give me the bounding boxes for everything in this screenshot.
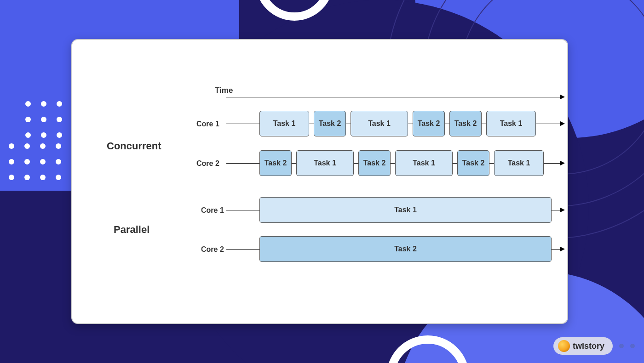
- task-block: Task 1: [486, 111, 536, 136]
- concurrent-core2-tasks: Task 2 Task 1 Task 2 Task 1 Task 2 Task …: [259, 150, 544, 176]
- task-block: Task 2: [259, 150, 292, 176]
- brand-logo-icon: [558, 340, 570, 352]
- diagram-card: Time Concurrent Core 1 Task 1 Task 2 Tas…: [71, 39, 568, 324]
- brand-text: twistory: [573, 341, 604, 351]
- arrow-icon: [560, 121, 565, 126]
- arrow-icon: [560, 161, 565, 165]
- time-axis-label: Time: [215, 86, 233, 95]
- brand-badge: twistory: [553, 337, 635, 355]
- brand-pill: twistory: [553, 337, 613, 355]
- concurrent-core1-tasks: Task 1 Task 2 Task 1 Task 2 Task 2 Task …: [259, 111, 536, 136]
- concurrent-label: Concurrent: [107, 140, 161, 152]
- core-label: Core 1: [201, 206, 224, 215]
- task-block: Task 1: [351, 111, 408, 136]
- task-block: Task 2: [457, 150, 489, 176]
- task-block: Task 1: [395, 150, 453, 176]
- decorative-dot: [630, 344, 635, 348]
- arrow-icon: [560, 247, 565, 251]
- time-axis-line: [226, 97, 562, 97]
- parallel-label: Parallel: [114, 224, 150, 236]
- task-block: Task 1: [259, 197, 552, 223]
- decorative-dot: [619, 344, 624, 348]
- task-block: Task 2: [259, 236, 552, 262]
- task-block: Task 1: [259, 111, 309, 136]
- task-block: Task 2: [358, 150, 391, 176]
- task-block: Task 2: [413, 111, 445, 136]
- task-block: Task 1: [494, 150, 544, 176]
- core-label: Core 1: [196, 120, 219, 128]
- core-label: Core 2: [201, 245, 224, 254]
- core-label: Core 2: [196, 159, 219, 168]
- arrow-icon: [560, 208, 565, 212]
- parallel-core1-tasks: Task 1: [259, 197, 552, 223]
- bg-dots: [25, 101, 62, 148]
- task-block: Task 1: [296, 150, 354, 176]
- arrow-icon: [560, 95, 565, 99]
- parallel-core2-tasks: Task 2: [259, 236, 552, 262]
- bg-dots: [0, 143, 77, 190]
- task-block: Task 2: [449, 111, 482, 136]
- task-block: Task 2: [314, 111, 346, 136]
